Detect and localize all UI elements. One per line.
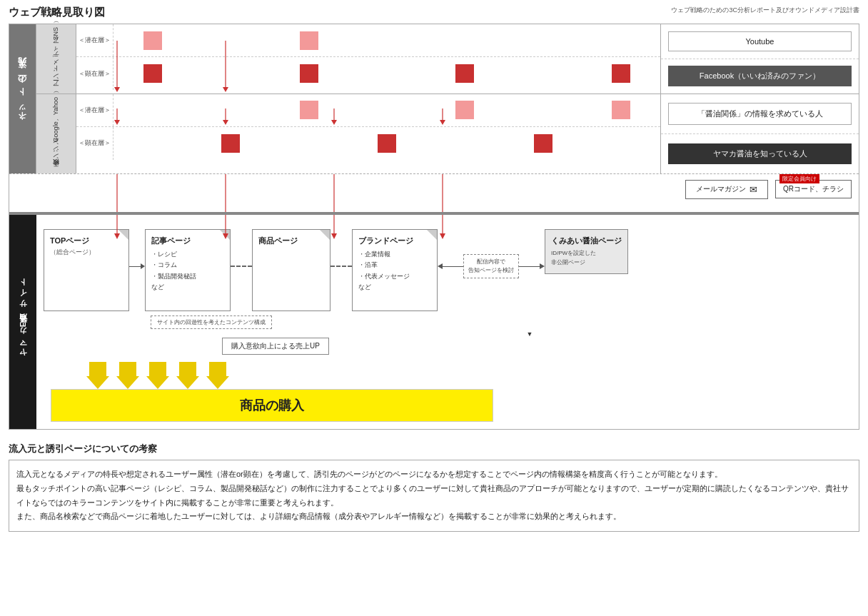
kumiai-card: くみあい醤油ページ ID/PWを設定した 非公開ページ xyxy=(545,229,628,274)
cell-sns-2-7 xyxy=(582,57,660,90)
purchase-up-box: 購入意欲向上による売上UP xyxy=(222,338,329,355)
cell-s-1-6 xyxy=(504,94,582,126)
sns-sub-rows: ＜潜在層＞ xyxy=(76,24,660,94)
top-title: TOPページ xyxy=(50,236,123,246)
analysis-section: 流入元と誘引ページについての考察 流入元となるメディアの特長や想定されるユーザー… xyxy=(9,443,859,532)
search-label: 検索エンジン（Google、Yahoo） xyxy=(49,94,64,173)
upper-section: ネット上の流入元 アーンドメディア（SNS） ＜潜在層＞ xyxy=(9,24,859,173)
shoyu-info-box: 「醤油関係」の情報を求めている人 xyxy=(668,103,852,125)
article-title: 記事ページ xyxy=(151,236,224,246)
y-arrow-3 xyxy=(146,362,169,389)
cell-s-1-5 xyxy=(426,94,504,126)
mail-widget: メールマガジン ✉ xyxy=(685,180,768,199)
yamaka-known-row: ヤマカ醤油を知っている人 xyxy=(661,134,859,173)
cell-s-1-1 xyxy=(113,94,191,126)
ec-label-text: ヤマカ醤油ECサイト xyxy=(18,281,29,362)
qr-label: QRコード、チラシ xyxy=(783,185,844,193)
cell-sns-2-4 xyxy=(348,57,425,90)
cell-sns-1-4 xyxy=(348,24,425,56)
y-arrow-5 xyxy=(206,362,229,389)
cell-s-1-2 xyxy=(191,94,269,126)
red-square-light xyxy=(300,101,318,119)
search-sub-rows: ＜潜在層＞ xyxy=(76,94,660,173)
kumiai-arrow xyxy=(519,263,545,269)
cell-s-2-6 xyxy=(504,127,582,160)
cell-s-2-7 xyxy=(582,127,660,160)
cell-sns-2-5 xyxy=(426,57,504,90)
y-arrow-2 xyxy=(116,362,139,389)
red-square-dark xyxy=(300,64,318,83)
youtube-box: Youtube xyxy=(668,31,852,51)
y-head-1 xyxy=(86,376,109,389)
red-square-light xyxy=(455,101,474,119)
y-shaft-5 xyxy=(209,362,226,376)
outer-label-col: ネット上の流入元 xyxy=(9,24,36,173)
limited-badge: 限定会員向け xyxy=(779,174,819,183)
sns-row2-label: ＜顕在層＞ xyxy=(76,57,113,90)
cell-s-2-2 xyxy=(191,127,269,160)
fold-corner xyxy=(220,230,230,240)
cell-sns-1-5 xyxy=(426,24,504,56)
y-shaft-4 xyxy=(179,362,196,376)
red-square-dark xyxy=(143,64,162,83)
main-diagram: ネット上の流入元 アーンドメディア（SNS） ＜潜在層＞ xyxy=(9,24,859,430)
sns-row2-cells xyxy=(113,57,660,90)
cell-sns-2-3 xyxy=(270,57,348,90)
red-square-dark xyxy=(455,64,474,83)
fold-corner xyxy=(320,230,330,240)
sns-row-1: ＜潜在層＞ xyxy=(76,24,660,57)
article-list: ・レシピ・コラム・製品開発秘話など xyxy=(151,249,224,293)
search-row-2: ＜顕在層＞ xyxy=(76,127,660,160)
sns-label: アーンドメディア（SNS） xyxy=(49,24,64,94)
y-head-3 xyxy=(146,376,169,389)
search-row-1: ＜潜在層＞ xyxy=(76,94,660,127)
lower-diagram: ヤマカ醤油ECサイト TOPページ （総合ページ） xyxy=(9,213,859,429)
yamaka-known-box: ヤマカ醤油を知っている人 xyxy=(668,143,852,164)
search-row1-cells xyxy=(113,94,660,126)
doc-subtitle: ウェブ戦略のための3C分析レポート及びオウンドメディア設計書 xyxy=(671,6,859,15)
search-label-col: 検索エンジン（Google、Yahoo） xyxy=(36,94,76,173)
red-square-dark xyxy=(534,134,552,153)
y-head-4 xyxy=(176,376,199,389)
arrow-top-article xyxy=(129,263,145,269)
brand-list: ・企業情報・沿革・代表メッセージなど xyxy=(358,249,431,293)
title-area: ウェブ戦略見取り図 ウェブ戦略のための3C分析レポート及びオウンドメディア設計書 xyxy=(9,6,859,19)
back-arrow xyxy=(438,263,463,269)
cell-sns-2-6 xyxy=(504,57,582,90)
red-square-light xyxy=(300,31,318,50)
cell-s-2-1 xyxy=(113,127,191,160)
analysis-text: 流入元となるメディアの特長や想定されるユーザー属性（潜在or顕在）を考慮して、誘… xyxy=(16,468,852,524)
kumiai-title: くみあい醤油ページ xyxy=(551,236,622,246)
cell-sns-2-2 xyxy=(191,57,269,90)
top-page-card: TOPページ （総合ページ） xyxy=(44,229,129,311)
y-shaft-2 xyxy=(119,362,136,376)
separator-area: メールマガジン ✉ 限定会員向け QRコード、チラシ xyxy=(9,173,859,213)
product-title: 商品ページ xyxy=(258,236,324,246)
sns-row-2: ＜顕在層＞ xyxy=(76,57,660,90)
mail-qr-container: メールマガジン ✉ 限定会員向け QRコード、チラシ xyxy=(685,180,852,199)
search-channels: 「醤油関係」の情報を求めている人 ヤマカ醤油を知っている人 xyxy=(660,94,859,173)
cell-s-2-4 xyxy=(348,127,425,160)
purchase-section: 商品の購入 xyxy=(51,362,852,422)
arrow-note-box: 配信内容で告知ページを検討 xyxy=(463,254,519,278)
red-square-dark xyxy=(378,134,396,153)
sns-channels: Youtube Facebook（いいね済みのファン） xyxy=(660,24,859,94)
y-shaft-3 xyxy=(149,362,166,376)
youtube-row: Youtube xyxy=(661,24,859,59)
cell-s-2-3 xyxy=(270,127,348,160)
ec-left-label: ヤマカ醤油ECサイト xyxy=(9,215,36,429)
internal-flow-note: サイト内の回遊性を考えたコンテンツ構成 xyxy=(151,315,272,329)
arrow-note-text: 配信内容で告知ページを検討 xyxy=(468,258,514,273)
lower-inner: TOPページ （総合ページ） 記事ページ ・レシピ・コラム・製品開発秘話など xyxy=(36,215,859,429)
product-page-card: 商品ページ xyxy=(252,229,330,311)
y-head-5 xyxy=(206,376,229,389)
brand-title: ブランドページ xyxy=(358,236,431,246)
yellow-arrows-row xyxy=(86,362,229,389)
page-title: ウェブ戦略見取り図 xyxy=(9,6,105,19)
mail-icon: ✉ xyxy=(750,184,757,195)
shoyu-info-row: 「醤油関係」の情報を求めている人 xyxy=(661,94,859,134)
red-square-light xyxy=(612,101,630,119)
outer-label: ネット上の流入元 xyxy=(16,70,29,127)
cell-sns-1-7 xyxy=(582,24,660,56)
fold-corner xyxy=(118,230,128,240)
